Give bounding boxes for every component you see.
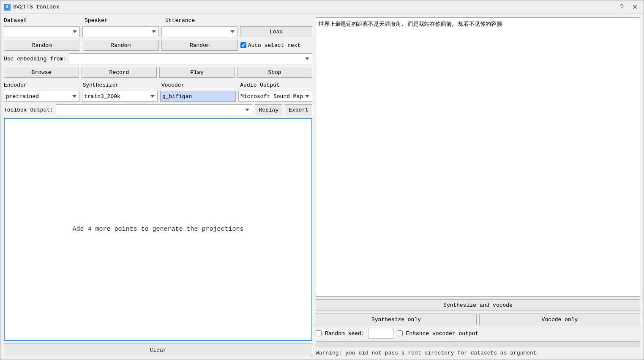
audio-output-label: Audio Output — [240, 82, 312, 88]
toolbox-output-label: Toolbox Output: — [4, 107, 53, 113]
action-btns-row: Browse Record Play Stop — [4, 67, 312, 78]
dataset-random-button[interactable]: Random — [4, 40, 80, 51]
help-button[interactable]: ? — [617, 3, 626, 12]
record-button[interactable]: Record — [82, 67, 157, 78]
vocode-only-button[interactable]: Vocode only — [479, 314, 640, 325]
model-dropdowns-row: pretrained train3_200k g_hifigan Microso… — [4, 91, 312, 102]
stop-button[interactable]: Stop — [237, 67, 312, 78]
titlebar: S SV2TTS toolbox ? ✕ — [0, 0, 644, 14]
embedding-label: Use embedding from: — [4, 56, 66, 62]
model-labels-row: Encoder Synthesizer Vocoder Audio Output — [4, 82, 312, 88]
dataset-label: Dataset — [4, 17, 82, 24]
synthesize-vocode-button[interactable]: Synthesize and vocode — [316, 299, 640, 311]
projection-text: Add 4 more points to generate the projec… — [72, 225, 243, 235]
embedding-row: Use embedding from: — [4, 53, 312, 64]
utterance-select[interactable] — [161, 26, 237, 37]
clear-button[interactable]: Clear — [4, 344, 312, 356]
seed-row: Random seed: 0 Enhance vocoder output — [316, 328, 640, 339]
titlebar-left: S SV2TTS toolbox — [4, 4, 59, 11]
close-button[interactable]: ✕ — [630, 2, 640, 12]
speaker-label: Speaker — [85, 17, 163, 24]
utterance-label: Utterance — [165, 17, 243, 24]
play-button[interactable]: Play — [159, 67, 235, 78]
main-content: Dataset Speaker Utterance Load Random Ra… — [0, 14, 644, 360]
speaker-random-button[interactable]: Random — [83, 40, 159, 51]
auto-select-label[interactable]: Auto select next — [240, 42, 312, 49]
speaker-select[interactable] — [82, 26, 158, 37]
random-seed-label: Random seed: — [325, 330, 365, 337]
vocoder-select[interactable]: g_hifigan — [160, 91, 236, 102]
enhance-vocoder-label: Enhance vocoder output — [406, 330, 479, 337]
synthesize-only-button[interactable]: Synthesize only — [316, 314, 477, 325]
encoder-select[interactable]: pretrained — [4, 91, 79, 102]
replay-button[interactable]: Replay — [255, 104, 282, 115]
load-button[interactable]: Load — [240, 26, 312, 37]
auto-select-text: Auto select next — [248, 42, 301, 49]
synth-vocode-row: Synthesize only Vocode only — [316, 314, 640, 325]
projection-area: Add 4 more points to generate the projec… — [4, 118, 312, 341]
random-seed-input[interactable]: 0 — [368, 328, 393, 339]
synthesizer-label: Synthesizer — [82, 82, 158, 88]
toolbox-output-row: Toolbox Output: Replay Export — [4, 104, 312, 115]
utterance-random-button[interactable]: Random — [161, 40, 238, 51]
titlebar-controls: ? ✕ — [617, 2, 640, 12]
audio-output-select[interactable]: Microsoft Sound Map — [238, 91, 312, 102]
toolbox-output-select[interactable] — [56, 104, 252, 115]
app-icon: S — [4, 4, 11, 11]
main-window: S SV2TTS toolbox ? ✕ Dataset Speaker Utt… — [0, 0, 644, 360]
app-title: SV2TTS toolbox — [13, 4, 59, 10]
progress-bar — [316, 341, 640, 347]
embedding-select[interactable] — [69, 53, 312, 64]
left-panel: Dataset Speaker Utterance Load Random Ra… — [4, 17, 312, 356]
auto-select-checkbox[interactable] — [240, 42, 246, 48]
enhance-vocoder-checkbox[interactable] — [397, 330, 403, 336]
vocoder-label: Vocoder — [161, 82, 237, 88]
synthesizer-select[interactable]: train3_200k — [82, 91, 158, 102]
export-button[interactable]: Export — [285, 104, 312, 115]
right-panel: Synthesize and vocode Synthesize only Vo… — [316, 17, 640, 356]
encoder-label: Encoder — [4, 82, 80, 88]
random-row: Random Random Random Auto select next — [4, 40, 312, 51]
dropdowns-row: Load — [4, 26, 312, 37]
text-input[interactable] — [316, 17, 640, 297]
dataset-select[interactable] — [4, 26, 80, 37]
warning-text: Warning: you did not pass a root directo… — [316, 350, 640, 356]
section-labels-row: Dataset Speaker Utterance — [4, 17, 312, 24]
random-seed-checkbox[interactable] — [316, 330, 322, 336]
browse-button[interactable]: Browse — [4, 67, 79, 78]
